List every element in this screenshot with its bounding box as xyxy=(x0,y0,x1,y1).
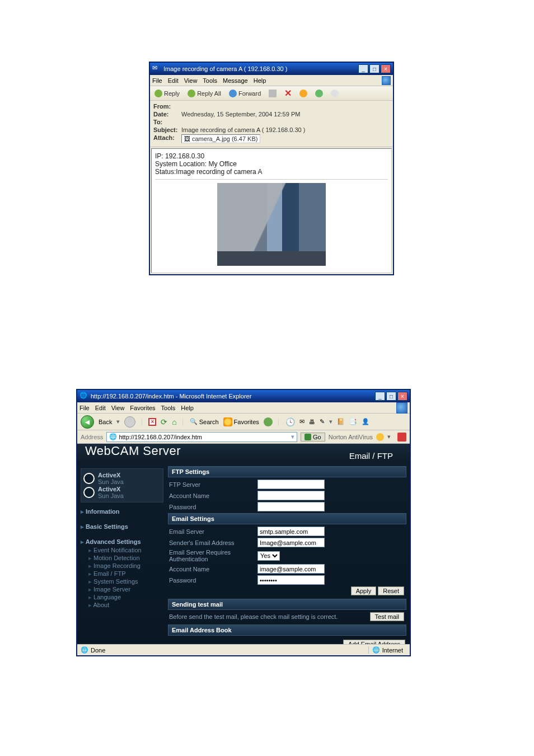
forward-button[interactable] xyxy=(124,416,135,428)
refresh-button[interactable]: ⟳ xyxy=(161,417,167,426)
stop-button[interactable]: × xyxy=(148,418,156,426)
menu-help[interactable]: Help xyxy=(181,405,194,411)
camera-icon xyxy=(83,487,95,498)
nav-information[interactable]: Information xyxy=(81,508,163,515)
menu-help[interactable]: Help xyxy=(254,77,266,84)
home-button[interactable]: ⌂ xyxy=(172,417,176,426)
mode-sunjava[interactable]: Sun Java xyxy=(98,492,124,499)
menu-edit[interactable]: Edit xyxy=(168,77,179,84)
brand-title: WebCAM Server xyxy=(85,444,181,458)
nav-image-recording[interactable]: Image Recording xyxy=(81,562,163,570)
menu-tools[interactable]: Tools xyxy=(203,77,217,84)
reply-all-button[interactable]: Reply All xyxy=(185,88,223,98)
search-button[interactable]: 🔍 Search xyxy=(190,418,219,425)
test-mail-button[interactable]: Test mail xyxy=(370,612,404,621)
reset-button[interactable]: Reset xyxy=(378,586,404,595)
test-mail-note: Before send the test mail, please check … xyxy=(168,612,370,621)
body-line-ip: IP: 192.168.0.30 xyxy=(155,152,388,160)
menu-view[interactable]: View xyxy=(184,77,198,84)
star-icon xyxy=(223,417,232,426)
messenger-button[interactable]: 👤 xyxy=(362,418,369,425)
ftp-account-input[interactable] xyxy=(257,491,325,500)
menu-edit[interactable]: Edit xyxy=(95,405,106,411)
ftp-password-input[interactable] xyxy=(257,502,325,511)
edit-button[interactable]: ✎ xyxy=(320,418,325,425)
next-button[interactable] xyxy=(313,88,325,98)
nav-language[interactable]: Language xyxy=(81,594,163,601)
test-mail-header: Sending test mail xyxy=(168,599,406,610)
close-button[interactable]: × xyxy=(397,392,407,401)
discuss-button[interactable]: 📑 xyxy=(349,418,357,425)
research-button[interactable]: 📔 xyxy=(337,418,345,425)
status-text: Done xyxy=(91,647,105,654)
window-controls: _ □ × xyxy=(375,392,407,401)
nav-advanced-settings[interactable]: Advanced Settings xyxy=(81,538,163,546)
email-account-input[interactable] xyxy=(257,564,325,574)
content-row: ActiveX Sun Java ActiveX Sun Java Inform… xyxy=(77,464,410,644)
nav-image-server[interactable]: Image Server xyxy=(81,586,163,593)
prev-button[interactable] xyxy=(297,88,310,98)
links-icon[interactable] xyxy=(397,433,406,442)
back-dropdown-icon[interactable]: ▾ xyxy=(116,418,120,425)
menu-tools[interactable]: Tools xyxy=(161,405,176,411)
titlebar: ✉ Image recording of camera A ( 192.168.… xyxy=(150,63,393,75)
ftp-password-label: Password xyxy=(168,504,257,510)
forward-button[interactable]: Forward xyxy=(227,88,263,98)
date-label: Date: xyxy=(153,111,181,118)
favorites-button[interactable]: Favorites xyxy=(223,417,259,426)
history-button[interactable]: 🕓 xyxy=(285,417,295,426)
email-password-input[interactable] xyxy=(257,575,325,585)
nav-motion-detection[interactable]: Motion Detection xyxy=(81,555,163,562)
norton-icon[interactable] xyxy=(376,433,384,441)
attach-label: Attach: xyxy=(153,134,181,143)
email-password-label: Password xyxy=(168,577,257,584)
ftp-server-input[interactable] xyxy=(257,480,325,489)
menu-message[interactable]: Message xyxy=(223,77,248,84)
attachment-icon: 🖼 xyxy=(184,135,190,142)
attachment[interactable]: 🖼 camera_A.jpg (6.47 KB) xyxy=(181,134,260,143)
mode-activex[interactable]: ActiveX xyxy=(98,472,124,478)
body-line-location: System Location: My Office xyxy=(155,160,388,168)
reply-button[interactable]: Reply xyxy=(152,88,182,98)
maximize-button[interactable]: □ xyxy=(369,64,380,73)
mode-sunjava[interactable]: Sun Java xyxy=(98,478,124,485)
print-button[interactable]: 🖶 xyxy=(309,419,315,425)
internet-zone-icon: 🌐 xyxy=(372,646,380,654)
menu-file[interactable]: File xyxy=(152,77,162,84)
back-button[interactable]: ◄ xyxy=(81,415,94,429)
subject-label: Subject: xyxy=(153,126,181,133)
from-label: From: xyxy=(153,103,181,110)
delete-button[interactable]: ✕ xyxy=(282,87,294,100)
add-email-address-button[interactable]: Add Email Address xyxy=(343,640,405,644)
address-dropdown-icon[interactable]: ▾ xyxy=(291,433,294,440)
print-button[interactable] xyxy=(266,88,279,98)
nav-about[interactable]: About xyxy=(81,602,163,609)
go-button[interactable]: Go xyxy=(301,433,325,442)
window-controls: _ □ × xyxy=(358,64,391,73)
address-input[interactable]: 🌐 http://192.168.0.207/index.htm ▾ xyxy=(106,432,297,442)
nav-system-settings[interactable]: System Settings xyxy=(81,578,163,585)
mail-button[interactable]: ✉ xyxy=(299,418,305,425)
apply-button[interactable]: Apply xyxy=(351,586,377,595)
minimize-button[interactable]: _ xyxy=(375,392,385,401)
message-headers: From: Date:Wednesday, 15 September, 2004… xyxy=(150,101,393,147)
close-button[interactable]: × xyxy=(381,64,391,73)
email-auth-select[interactable]: Yes xyxy=(257,551,280,561)
to-label: To: xyxy=(153,119,181,125)
minimize-button[interactable]: _ xyxy=(358,64,368,73)
menu-file[interactable]: File xyxy=(79,405,90,411)
nav-basic-settings[interactable]: Basic Settings xyxy=(81,523,163,530)
media-button[interactable] xyxy=(264,417,273,426)
norton-dropdown-icon[interactable]: ▾ xyxy=(387,433,391,440)
sender-address-input[interactable] xyxy=(257,538,325,547)
nav-event-notification[interactable]: Event Notification xyxy=(81,547,163,554)
tools-dropdown-icon[interactable]: ▾ xyxy=(329,418,332,425)
maximize-button[interactable]: □ xyxy=(386,392,396,401)
menu-favorites[interactable]: Favorites xyxy=(130,405,155,411)
nav-email-ftp[interactable]: Email / FTP xyxy=(81,570,163,577)
addressbook-button[interactable] xyxy=(329,88,341,98)
toolbar: Reply Reply All Forward ✕ xyxy=(150,86,393,101)
mode-activex[interactable]: ActiveX xyxy=(98,486,124,492)
menu-view[interactable]: View xyxy=(111,405,125,411)
email-server-input[interactable] xyxy=(257,527,325,536)
